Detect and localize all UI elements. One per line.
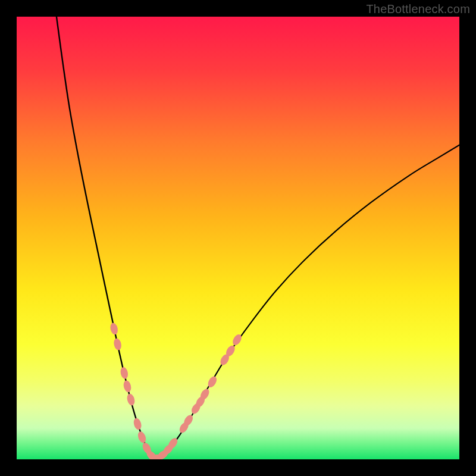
plot-area [17,17,459,459]
outer-frame: TheBottleneck.com [0,0,476,476]
chart-svg [17,17,459,459]
gradient-background [17,17,459,459]
watermark-text: TheBottleneck.com [366,2,470,16]
